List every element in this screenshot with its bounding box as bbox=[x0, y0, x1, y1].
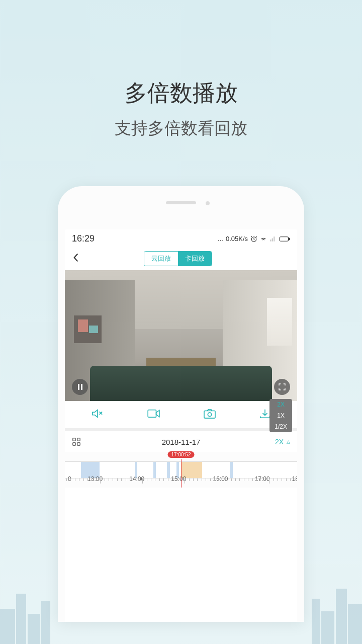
speed-value: 2X bbox=[275, 438, 284, 446]
video-preview[interactable] bbox=[65, 270, 297, 401]
event-segment bbox=[153, 462, 156, 478]
svg-rect-7 bbox=[77, 438, 80, 441]
status-time: 16:29 bbox=[72, 233, 95, 244]
playhead bbox=[181, 459, 182, 488]
chevron-up-icon: △ bbox=[287, 439, 290, 444]
pause-button[interactable] bbox=[72, 379, 88, 395]
grid-view-button[interactable] bbox=[72, 437, 81, 446]
svg-rect-9 bbox=[77, 443, 80, 445]
svg-rect-3 bbox=[148, 410, 156, 418]
svg-rect-8 bbox=[73, 443, 75, 445]
status-dots: ... bbox=[218, 235, 223, 243]
timeline[interactable]: 17:00:52 0 13:00 14:00 15:00 16:00 17:00… bbox=[65, 452, 297, 488]
speed-menu: 2X 1X 1/2X bbox=[269, 399, 292, 432]
wifi-icon bbox=[260, 235, 267, 243]
speed-indicator[interactable]: 2X △ bbox=[275, 438, 290, 446]
date-bar: 2018-11-17 2X △ bbox=[65, 431, 297, 452]
speed-option-2x[interactable]: 2X bbox=[269, 399, 292, 410]
screenshot-button[interactable] bbox=[203, 408, 216, 421]
tab-card-playback[interactable]: 卡回放 bbox=[178, 252, 212, 266]
speed-option-halfx[interactable]: 1/2X bbox=[269, 421, 292, 432]
time-indicator-badge: 17:00:52 bbox=[168, 451, 195, 458]
record-button[interactable] bbox=[147, 409, 161, 421]
pause-icon bbox=[78, 384, 82, 390]
svg-rect-2 bbox=[289, 238, 290, 239]
fullscreen-icon bbox=[278, 383, 286, 391]
svg-rect-4 bbox=[204, 411, 215, 419]
mute-button[interactable] bbox=[91, 408, 104, 421]
nav-bar: 云回放 卡回放 bbox=[65, 247, 297, 270]
speed-option-1x[interactable]: 1X bbox=[269, 410, 292, 421]
signal-icon bbox=[269, 235, 277, 243]
back-button[interactable] bbox=[72, 252, 80, 266]
tab-cloud-playback[interactable]: 云回放 bbox=[144, 252, 178, 266]
date-label[interactable]: 2018-11-17 bbox=[162, 438, 201, 446]
status-net-speed: 0.05K/s bbox=[226, 235, 248, 243]
phone-camera bbox=[206, 201, 210, 205]
download-button[interactable] bbox=[259, 408, 271, 421]
alarm-icon bbox=[250, 235, 257, 243]
event-segment bbox=[167, 462, 170, 478]
playback-tab-segment: 云回放 卡回放 bbox=[144, 251, 212, 266]
phone-mockup: 16:29 ... 0.05K/s 云回放 卡回放 bbox=[58, 186, 304, 622]
hero-subtitle: 支持多倍数看回放 bbox=[0, 117, 362, 140]
fullscreen-button[interactable] bbox=[274, 379, 290, 395]
svg-rect-6 bbox=[73, 438, 75, 441]
hero-title: 多倍数播放 bbox=[0, 78, 362, 108]
battery-icon bbox=[279, 236, 290, 242]
event-segment bbox=[230, 462, 233, 478]
phone-speaker bbox=[166, 201, 196, 204]
svg-rect-1 bbox=[280, 236, 289, 240]
phone-screen: 16:29 ... 0.05K/s 云回放 卡回放 bbox=[65, 229, 297, 622]
status-bar: 16:29 ... 0.05K/s bbox=[65, 229, 297, 247]
action-bar: 2X 1X 1/2X bbox=[65, 401, 297, 428]
svg-point-5 bbox=[208, 413, 212, 416]
